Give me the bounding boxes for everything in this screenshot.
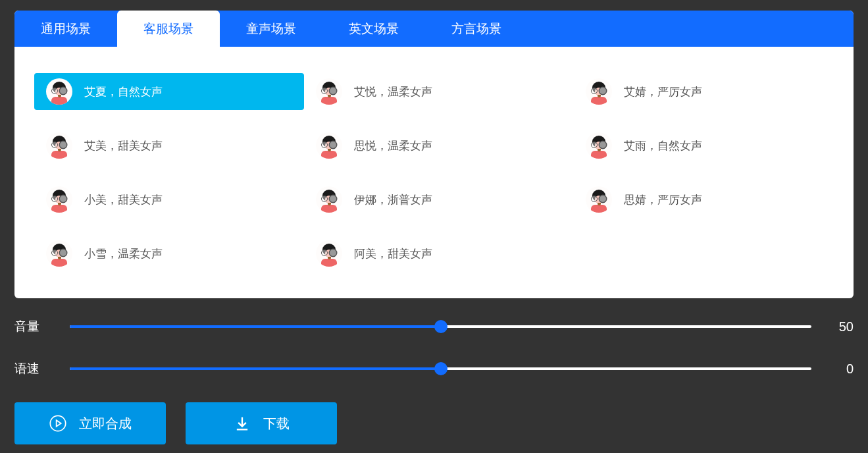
volume-slider[interactable] [70,325,811,328]
volume-slider-row: 音量 50 [14,318,854,335]
download-button[interactable]: 下载 [186,402,337,444]
avatar-icon [586,132,612,159]
tab-label: 英文场景 [349,20,399,38]
avatar-icon [46,186,72,213]
voice-label: 艾悦，温柔女声 [354,84,432,99]
tab-general[interactable]: 通用场景 [14,11,117,47]
voice-item[interactable]: 艾夏，自然女声 [34,73,304,110]
avatar-icon [316,240,342,267]
tab-customer-service[interactable]: 客服场景 [117,11,220,47]
download-icon [233,414,251,433]
synth-label: 立即合成 [79,415,132,433]
voice-label: 艾美，甜美女声 [84,138,163,153]
play-circle-icon [49,414,67,433]
voice-label: 艾雨，自然女声 [624,138,702,153]
synthesize-button[interactable]: 立即合成 [14,402,166,444]
avatar-icon [316,78,342,105]
voice-label: 艾夏，自然女声 [84,84,163,99]
speed-label: 语速 [14,360,54,377]
volume-handle[interactable] [434,320,447,333]
volume-label: 音量 [14,318,54,335]
voice-label: 艾婧，严厉女声 [624,84,702,99]
voice-list: 艾夏，自然女声 艾悦，温柔女声 艾婧，严厉女声 艾美，甜美女声 思悦，温柔女声 … [14,47,854,298]
voice-label: 伊娜，浙普女声 [354,192,432,207]
scene-tabs: 通用场景 客服场景 童声场景 英文场景 方言场景 [14,11,854,47]
avatar-icon [46,240,72,267]
tab-dialect[interactable]: 方言场景 [425,11,528,47]
avatar-icon [316,132,342,159]
tab-child[interactable]: 童声场景 [220,11,322,47]
speed-value: 0 [827,361,854,377]
download-label: 下载 [263,415,290,433]
voice-item[interactable]: 艾婧，严厉女声 [574,73,844,110]
avatar-icon [46,78,72,105]
speed-handle[interactable] [434,362,447,375]
voice-item[interactable]: 小美，甜美女声 [34,181,304,218]
voice-label: 思悦，温柔女声 [354,138,432,153]
sliders: 音量 50 语速 0 [14,318,854,377]
tab-label: 客服场景 [143,20,193,38]
speed-slider-row: 语速 0 [14,360,854,377]
voice-label: 阿美，甜美女声 [354,246,432,261]
voice-item[interactable]: 小雪，温柔女声 [34,235,304,272]
voice-item[interactable]: 艾雨，自然女声 [574,127,844,164]
svg-marker-1 [57,420,61,426]
action-buttons: 立即合成 下载 [14,402,854,444]
tab-english[interactable]: 英文场景 [322,11,425,47]
voice-item[interactable]: 艾美，甜美女声 [34,127,304,164]
voice-item[interactable]: 伊娜，浙普女声 [304,181,574,218]
voice-label: 小美，甜美女声 [84,192,163,207]
voice-item[interactable]: 思悦，温柔女声 [304,127,574,164]
tab-label: 童声场景 [246,20,296,38]
voice-item[interactable]: 阿美，甜美女声 [304,235,574,272]
voice-item[interactable]: 艾悦，温柔女声 [304,73,574,110]
avatar-icon [586,186,612,213]
volume-fill [70,325,441,328]
tab-label: 通用场景 [41,20,91,38]
avatar-icon [46,132,72,159]
volume-value: 50 [827,319,854,334]
avatar-icon [586,78,612,105]
tab-label: 方言场景 [451,20,501,38]
voice-item[interactable]: 思婧，严厉女声 [574,181,844,218]
voice-label: 思婧，严厉女声 [624,192,702,207]
svg-point-0 [50,415,65,431]
voice-panel: 通用场景 客服场景 童声场景 英文场景 方言场景 艾夏，自然女声 艾悦，温柔女声… [14,11,854,298]
speed-slider[interactable] [70,367,811,370]
speed-fill [70,367,441,370]
voice-label: 小雪，温柔女声 [84,246,163,261]
avatar-icon [316,186,342,213]
